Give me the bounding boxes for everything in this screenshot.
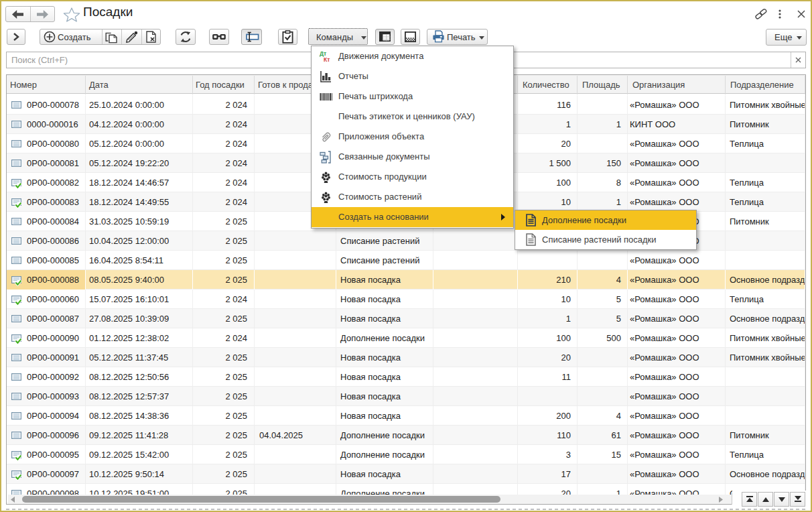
svg-text:Кт: Кт <box>324 56 330 63</box>
